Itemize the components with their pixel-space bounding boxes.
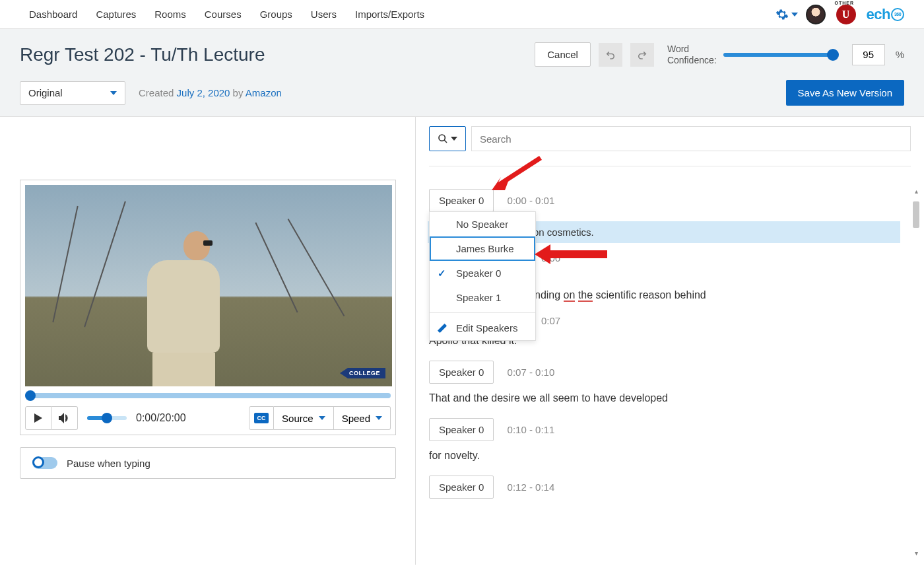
svg-point-1 <box>439 135 445 141</box>
header-row-2: Original Created July 2, 2020 by Amazon … <box>20 80 904 106</box>
menu-james-burke[interactable]: James Burke <box>430 236 535 261</box>
volume-icon <box>59 413 71 423</box>
scroll-down-icon[interactable]: ▾ <box>911 548 921 558</box>
transcript-text[interactable]: for novelty. <box>429 448 900 464</box>
video-timeline[interactable] <box>25 393 391 398</box>
transcript-row: Speaker 0 0:00 - 0:01 on cosmetics. No S… <box>429 189 900 243</box>
redo-icon <box>636 49 648 61</box>
menu-no-speaker[interactable]: No Speaker <box>430 212 535 236</box>
transcript-row: Speaker 0 0:12 - 0:14 <box>429 476 900 499</box>
crest-letter: U <box>836 5 856 24</box>
caret-down-icon <box>376 416 382 420</box>
nav-users[interactable]: Users <box>302 2 346 26</box>
video-surface[interactable]: COLLEGE <box>25 185 392 386</box>
toggle-knob <box>32 456 44 468</box>
pct-sign: % <box>896 49 904 60</box>
timeline-thumb[interactable] <box>25 390 36 401</box>
svg-rect-5 <box>546 250 607 258</box>
nav-imports-exports[interactable]: Imports/Exports <box>346 2 434 26</box>
search-input[interactable] <box>471 126 911 151</box>
speaker-chip[interactable]: Speaker 0 <box>429 361 494 384</box>
settings-menu[interactable] <box>776 8 798 21</box>
source-button[interactable]: Source <box>274 406 334 430</box>
cc-icon: CC <box>254 413 269 423</box>
volume-thumb[interactable] <box>102 413 112 423</box>
timestamp: 0:12 - 0:14 <box>508 481 555 493</box>
cancel-button[interactable]: Cancel <box>535 42 591 67</box>
page-title: Regr Test 202 - Tu/Th Lecture <box>20 44 535 65</box>
menu-edit-speakers[interactable]: Edit Speakers <box>430 316 535 340</box>
speaker-chip[interactable]: Speaker 0 <box>429 189 494 212</box>
confidence-slider[interactable] <box>723 53 839 57</box>
timestamp: 0:10 - 0:11 <box>508 424 555 435</box>
nav-courses[interactable]: Courses <box>195 2 251 26</box>
avatar[interactable] <box>806 5 826 24</box>
svg-marker-3 <box>492 156 542 190</box>
svg-line-2 <box>444 140 447 143</box>
caret-down-icon <box>791 13 798 17</box>
nav-groups[interactable]: Groups <box>251 2 302 26</box>
transcript-list: Speaker 0 0:00 - 0:01 on cosmetics. No S… <box>429 189 924 499</box>
video-subject <box>147 231 236 380</box>
scroll-thumb[interactable] <box>913 201 919 228</box>
video-player: COLLEGE 0:00/20:00 CC <box>20 180 396 435</box>
page-header: Regr Test 202 - Tu/Th Lecture Cancel Wor… <box>0 29 924 117</box>
nav-dashboard[interactable]: Dashboard <box>20 2 86 26</box>
time-display: 0:00/20:00 <box>136 412 186 424</box>
transcript-column: Speaker 0 0:00 - 0:01 on cosmetics. No S… <box>416 117 924 565</box>
caret-down-icon <box>110 91 117 95</box>
echo-logo[interactable]: ech360 <box>867 6 904 23</box>
confidence-control: Word Confidence: % <box>667 44 904 66</box>
confidence-label: Word Confidence: <box>667 44 717 66</box>
svg-marker-0 <box>34 413 42 423</box>
redo-button[interactable] <box>630 43 654 67</box>
timestamp: 0:07 - 0:10 <box>508 367 555 378</box>
version-select[interactable]: Original <box>20 81 125 105</box>
nav-right: OTHER U ech360 <box>776 2 904 27</box>
speaker-chip[interactable]: Speaker 0 <box>429 418 494 441</box>
timestamp: 0:07 <box>541 315 560 326</box>
nav-captures[interactable]: Captures <box>86 2 145 26</box>
transcript-scrollbar[interactable]: ▴ ▾ <box>911 186 921 558</box>
confidence-input[interactable] <box>852 44 885 65</box>
main-content: COLLEGE 0:00/20:00 CC <box>0 117 924 565</box>
menu-speaker-0[interactable]: Speaker 0 <box>430 261 535 285</box>
search-mode-dropdown[interactable] <box>429 126 466 151</box>
speaker-chip[interactable]: Speaker 0 <box>429 476 494 499</box>
created-service: Amazon <box>246 87 282 98</box>
undo-button[interactable] <box>599 43 622 67</box>
crest-label: OTHER <box>835 1 855 5</box>
scroll-track[interactable] <box>911 196 921 548</box>
header-row-1: Regr Test 202 - Tu/Th Lecture Cancel Wor… <box>20 42 904 67</box>
transcript-row: Speaker 0 0:10 - 0:11 for novelty. <box>429 418 900 464</box>
annotation-arrow-side <box>535 244 607 264</box>
save-version-button[interactable]: Save As New Version <box>786 80 904 106</box>
pause-typing-toggle[interactable] <box>32 457 57 469</box>
video-column: COLLEGE 0:00/20:00 CC <box>0 117 416 565</box>
version-label: Original <box>28 87 63 98</box>
play-icon <box>34 413 42 423</box>
top-nav: Dashboard Captures Rooms Courses Groups … <box>0 0 924 29</box>
logo-text: ech <box>867 6 890 23</box>
slider-thumb[interactable] <box>827 49 839 61</box>
org-crest[interactable]: OTHER U <box>834 2 859 27</box>
caret-down-icon <box>319 416 325 420</box>
nav-rooms[interactable]: Rooms <box>145 2 195 26</box>
speaker-menu: No Speaker James Burke Speaker 0 Speaker… <box>429 211 536 341</box>
scroll-up-icon[interactable]: ▴ <box>911 186 921 196</box>
play-button[interactable] <box>25 406 51 430</box>
menu-speaker-1[interactable]: Speaker 1 <box>430 285 535 310</box>
cc-button[interactable]: CC <box>249 406 274 430</box>
search-icon <box>438 133 448 144</box>
timestamp: 0:00 - 0:01 <box>508 195 555 206</box>
low-confidence-word[interactable]: on <box>564 289 576 301</box>
transcript-text[interactable]: That and the desire we all seem to have … <box>429 390 900 406</box>
menu-separator <box>430 312 535 313</box>
speed-button[interactable]: Speed <box>334 406 391 430</box>
pause-typing-box: Pause when typing <box>20 447 396 479</box>
volume-button[interactable] <box>51 406 78 430</box>
volume-slider[interactable] <box>87 416 127 420</box>
created-date: July 2, 2020 <box>177 87 230 98</box>
gear-icon <box>776 8 789 21</box>
low-confidence-word[interactable]: the <box>578 289 593 301</box>
